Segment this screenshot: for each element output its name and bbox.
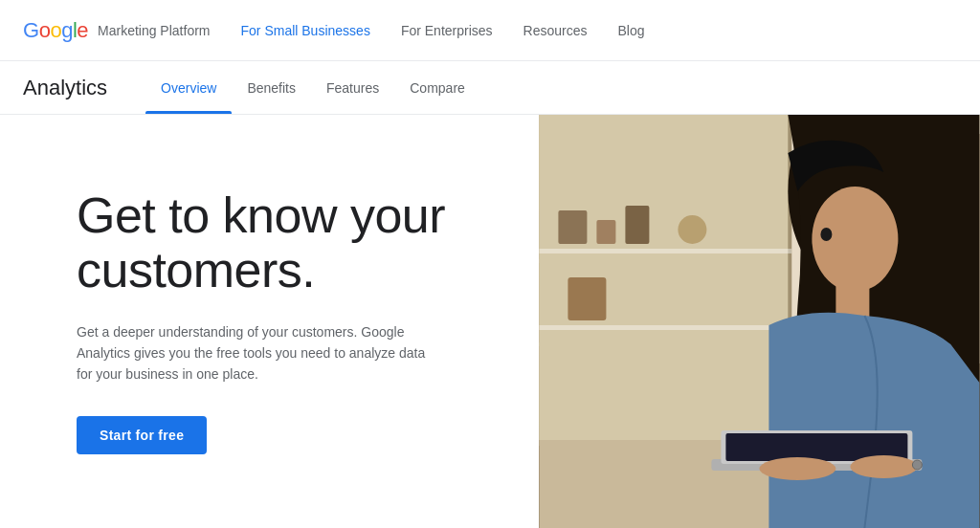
hero-photo xyxy=(539,115,980,528)
svg-point-8 xyxy=(679,215,707,244)
svg-rect-6 xyxy=(597,220,616,244)
svg-rect-7 xyxy=(626,206,650,244)
top-nav-links: For Small Businesses For Enterprises Res… xyxy=(241,23,645,38)
logo-letter-o2: o xyxy=(50,18,61,43)
start-for-free-button[interactable]: Start for free xyxy=(77,416,207,454)
tab-benefits[interactable]: Benefits xyxy=(232,61,311,114)
hero-headline: Get to know your customers. xyxy=(77,188,481,297)
hero-image xyxy=(539,115,980,528)
google-logo: Google xyxy=(23,18,88,43)
svg-rect-5 xyxy=(559,210,588,244)
logo-letter-g: G xyxy=(23,18,39,43)
hero-description: Get a deeper understanding of your custo… xyxy=(77,321,440,385)
sub-nav-tabs: Overview Benefits Features Compare xyxy=(145,61,480,114)
logo-letter-e: e xyxy=(77,18,88,43)
logo-letter-g2: g xyxy=(61,18,73,43)
tab-features[interactable]: Features xyxy=(311,61,394,114)
hero-section: Get to know your customers. Get a deeper… xyxy=(0,115,980,528)
nav-link-small-businesses[interactable]: For Small Businesses xyxy=(241,23,370,38)
logo-subtitle: Marketing Platform xyxy=(98,23,210,38)
svg-rect-9 xyxy=(568,277,607,320)
svg-point-19 xyxy=(913,460,923,470)
logo-letter-o1: o xyxy=(39,18,51,43)
nav-link-blog[interactable]: Blog xyxy=(618,23,645,38)
top-navigation: Google Marketing Platform For Small Busi… xyxy=(0,0,980,61)
svg-point-18 xyxy=(851,455,918,478)
svg-rect-3 xyxy=(540,249,792,253)
svg-point-20 xyxy=(821,228,833,241)
tab-overview[interactable]: Overview xyxy=(145,61,232,114)
nav-link-resources[interactable]: Resources xyxy=(523,23,588,38)
sub-navigation: Analytics Overview Benefits Features Com… xyxy=(0,61,980,115)
logo-area[interactable]: Google Marketing Platform xyxy=(23,18,211,43)
hero-content: Get to know your customers. Get a deeper… xyxy=(0,115,539,528)
svg-rect-4 xyxy=(540,325,792,330)
tab-compare[interactable]: Compare xyxy=(394,61,480,114)
svg-point-17 xyxy=(760,457,836,480)
nav-link-enterprises[interactable]: For Enterprises xyxy=(401,23,493,38)
person-illustration xyxy=(539,115,980,528)
product-title: Analytics xyxy=(23,76,107,100)
